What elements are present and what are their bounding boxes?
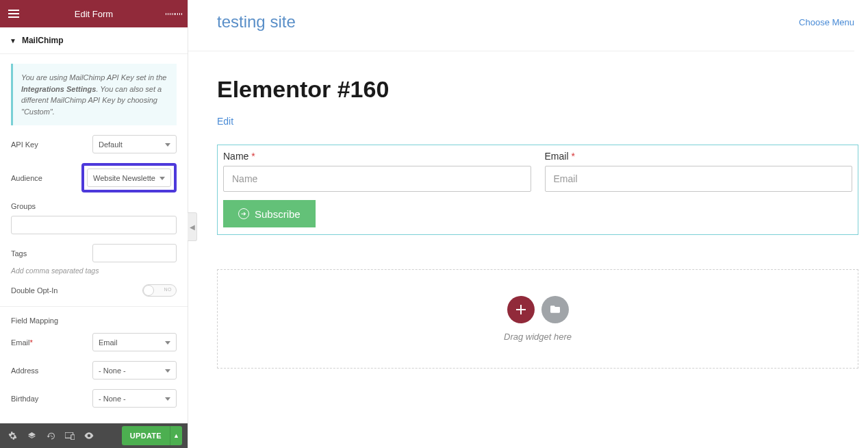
form-field-email: Email* (545, 151, 853, 192)
tags-hint: Add comma separated tags (11, 266, 177, 275)
form-field-name: Name* (223, 151, 531, 192)
responsive-icon[interactable] (60, 423, 79, 448)
history-icon[interactable] (41, 423, 60, 448)
email-label: Email* (545, 151, 853, 162)
subscribe-button[interactable]: ➔ Subscribe (223, 200, 316, 227)
double-optin-label: Double Opt-In (11, 286, 58, 295)
map-address-label: Address (11, 366, 38, 375)
add-section-button[interactable] (507, 296, 535, 323)
api-key-label: API Key (11, 140, 38, 149)
page-heading: Elementor #160 (217, 76, 858, 103)
tags-row: Tags (11, 244, 177, 262)
preview-icon[interactable] (79, 423, 99, 448)
panel-body: ▼ MailChimp You are using MailChimp API … (0, 27, 188, 423)
form-widget[interactable]: Name* Email* ➔ Subscribe (217, 145, 858, 235)
name-label: Name* (223, 151, 531, 162)
api-key-select[interactable]: Default (92, 135, 177, 153)
sidebar-title: Edit Form (75, 9, 113, 19)
caret-up-icon[interactable]: ▲ (170, 426, 182, 445)
double-optin-row: Double Opt-In NO (11, 284, 177, 297)
info-box: You are using MailChimp API Key set in t… (11, 64, 177, 125)
template-button[interactable] (541, 296, 569, 323)
groups-label: Groups (11, 202, 177, 210)
map-email-select[interactable]: Email (92, 333, 177, 351)
arrow-right-icon: ➔ (238, 208, 249, 219)
page-body: Elementor #160 Edit Name* Email* ➔ Subsc… (188, 51, 868, 382)
drop-zone-text: Drag widget here (504, 332, 572, 342)
drop-zone[interactable]: Drag widget here (217, 269, 858, 369)
audience-highlight: Website Newslette (81, 163, 177, 192)
settings-icon[interactable] (3, 423, 22, 448)
caret-down-icon: ▼ (10, 37, 16, 45)
name-input[interactable] (223, 166, 531, 192)
section-label: MailChimp (22, 36, 64, 45)
map-address-select[interactable]: - None - (92, 361, 177, 379)
update-button[interactable]: UPDATE ▲ (122, 426, 182, 445)
sidebar-header: Edit Form (0, 0, 188, 27)
map-birthday-row: Birthday - None - (11, 389, 177, 408)
editor-sidebar: Edit Form ▼ MailChimp You are using Mail… (0, 0, 188, 448)
audience-row: Audience Website Newslette (11, 163, 177, 192)
map-email-label: Email* (11, 338, 33, 347)
layers-icon[interactable] (22, 423, 41, 448)
hamburger-icon[interactable] (5, 5, 22, 22)
collapse-handle[interactable]: ◀ (188, 212, 197, 241)
choose-menu-link[interactable]: Choose Menu (799, 17, 854, 27)
email-input[interactable] (545, 166, 853, 192)
preview-canvas: testing site Choose Menu Elementor #160 … (188, 0, 868, 448)
double-optin-toggle[interactable]: NO (142, 284, 177, 297)
map-email-row: Email* Email (11, 333, 177, 351)
section-content: You are using MailChimp API Key set in t… (0, 54, 188, 408)
groups-input[interactable] (11, 216, 177, 234)
map-birthday-select[interactable]: - None - (92, 389, 177, 408)
tags-label: Tags (11, 249, 27, 258)
edit-link[interactable]: Edit (217, 116, 233, 127)
map-address-row: Address - None - (11, 361, 177, 379)
groups-row: Groups (11, 202, 177, 234)
svg-rect-1 (71, 434, 75, 439)
audience-select[interactable]: Website Newslette (87, 169, 171, 187)
section-mailchimp-header[interactable]: ▼ MailChimp (0, 27, 188, 54)
audience-label: Audience (11, 174, 42, 182)
apps-icon[interactable] (166, 5, 182, 22)
api-key-row: API Key Default (11, 135, 177, 153)
bottom-bar: UPDATE ▲ (0, 423, 188, 448)
tags-input[interactable] (92, 244, 177, 262)
map-birthday-label: Birthday (11, 395, 38, 403)
page-header: testing site Choose Menu (188, 0, 868, 51)
field-mapping-heading: Field Mapping (11, 316, 177, 325)
site-title[interactable]: testing site (217, 12, 296, 32)
